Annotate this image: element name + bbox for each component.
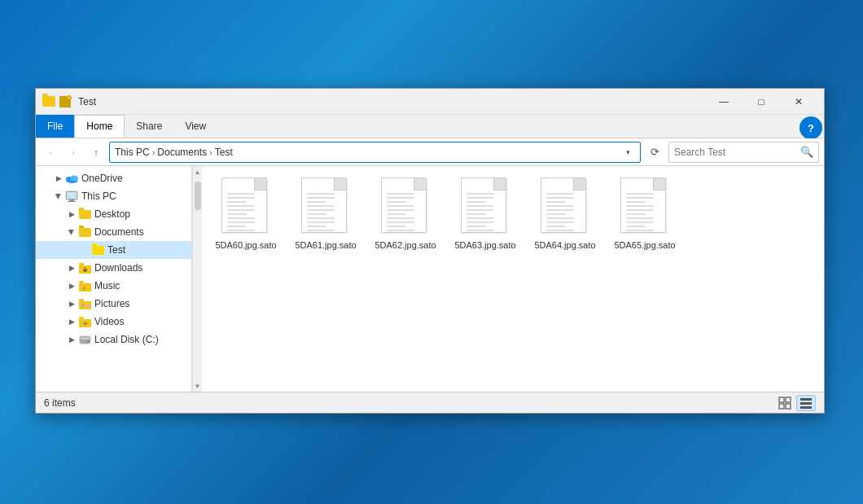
svg-rect-25 <box>800 398 812 401</box>
sidebar-label-test: Test <box>107 244 125 256</box>
sidebar-item-documents[interactable]: ▶ Documents <box>36 223 191 241</box>
svg-rect-26 <box>800 402 812 405</box>
folder-icon-title <box>42 95 55 108</box>
file-name-3: 5DA63.jpg.sato <box>454 239 515 251</box>
up-button[interactable]: ↑ <box>86 142 106 162</box>
search-icon[interactable]: 🔍 <box>800 146 813 158</box>
this-pc-arrow: ▶ <box>52 190 65 203</box>
videos-icon <box>78 315 91 328</box>
desktop-arrow: ▶ <box>65 208 78 221</box>
file-area: 5DA60.jpg.sato <box>202 166 824 392</box>
file-item-2[interactable]: 5DA62.jpg.sato <box>370 174 441 254</box>
back-button[interactable]: ‹ <box>41 142 60 162</box>
minimize-button[interactable]: — <box>705 89 743 115</box>
sidebar-item-pictures[interactable]: ▶ Pictures <box>36 295 191 313</box>
desktop-icon <box>78 208 91 221</box>
sidebar-label-local-disk: Local Disk (C:) <box>94 334 159 345</box>
view-buttons <box>775 395 816 411</box>
file-name-5: 5DA65.jpg.sato <box>614 239 675 251</box>
sidebar-item-music[interactable]: ▶ ♪ Music <box>36 277 191 295</box>
sidebar-item-desktop[interactable]: ▶ Desktop <box>36 205 191 223</box>
forward-button[interactable]: › <box>64 142 83 162</box>
music-arrow: ▶ <box>65 279 78 292</box>
search-input[interactable] <box>674 147 797 158</box>
path-segment-thispc[interactable]: This PC <box>115 147 150 158</box>
videos-arrow: ▶ <box>65 315 78 328</box>
file-icon-3 <box>461 177 510 236</box>
maximize-button[interactable]: □ <box>743 89 780 115</box>
address-path[interactable]: This PC › Documents › Test ▾ <box>109 142 641 163</box>
file-name-2: 5DA62.jpg.sato <box>375 239 436 251</box>
search-box[interactable]: 🔍 <box>668 142 819 163</box>
path-sep-2: › <box>209 147 212 157</box>
file-item-0[interactable]: 5DA60.jpg.sato <box>210 174 282 254</box>
path-segment-test[interactable]: Test <box>215 147 233 158</box>
sidebar-label-desktop: Desktop <box>94 208 130 220</box>
tab-home[interactable]: Home <box>74 115 125 138</box>
window-controls: — □ ✕ <box>705 89 817 115</box>
tab-file[interactable]: File <box>36 115 74 138</box>
scroll-thumb <box>195 182 201 210</box>
svg-rect-21 <box>779 397 784 402</box>
file-item-3[interactable]: 5DA63.jpg.sato <box>449 174 521 254</box>
file-item-1[interactable]: 5DA61.jpg.sato <box>290 174 361 254</box>
file-item-4[interactable]: 5DA64.jpg.sato <box>529 174 601 254</box>
local-disk-arrow: ▶ <box>65 333 78 346</box>
file-icon-1 <box>301 177 350 236</box>
sidebar-item-videos[interactable]: ▶ Videos <box>36 313 191 331</box>
svg-point-20 <box>86 340 89 342</box>
svg-rect-4 <box>67 192 77 199</box>
sidebar-label-pictures: Pictures <box>94 298 129 309</box>
scroll-track <box>194 177 202 380</box>
sidebar-label-onedrive: OneDrive <box>81 173 123 184</box>
address-dropdown[interactable]: ▾ <box>620 142 635 163</box>
sidebar-item-test[interactable]: ▶ Test <box>36 241 191 259</box>
svg-rect-16 <box>79 317 84 319</box>
sidebar-label-documents: Documents <box>94 226 144 238</box>
help-button[interactable]: ? <box>799 116 822 139</box>
explorer-window: Test — □ ✕ File Home Share View ? ‹ › ↑ … <box>35 88 825 414</box>
sidebar: ▶ OneDrive ▶ <box>36 166 192 392</box>
quick-access-icon <box>59 95 72 108</box>
sidebar-scrollbar[interactable]: ▲ ▼ <box>192 166 202 392</box>
file-grid: 5DA60.jpg.sato <box>210 174 816 254</box>
file-name-0: 5DA60.jpg.sato <box>215 239 276 251</box>
svg-rect-13 <box>79 299 84 301</box>
refresh-button[interactable]: ⟳ <box>644 142 665 163</box>
onedrive-icon <box>65 172 78 185</box>
tab-view[interactable]: View <box>173 115 217 138</box>
file-icon-4 <box>541 177 589 236</box>
downloads-arrow: ▶ <box>65 261 78 274</box>
pictures-icon <box>78 297 91 310</box>
downloads-icon <box>78 261 91 274</box>
svg-rect-10 <box>79 281 84 283</box>
tab-share[interactable]: Share <box>125 115 173 138</box>
sidebar-label-downloads: Downloads <box>94 262 142 274</box>
view-list-button[interactable] <box>796 395 816 411</box>
sidebar-item-local-disk[interactable]: ▶ Local Disk (C:) <box>36 331 191 348</box>
svg-rect-23 <box>779 404 784 409</box>
title-bar: Test — □ ✕ <box>36 89 824 115</box>
scroll-up-arrow[interactable]: ▲ <box>194 166 202 177</box>
main-content: ▶ OneDrive ▶ <box>36 166 824 392</box>
ribbon-tabs: File Home Share View ? <box>36 115 824 138</box>
file-item-5[interactable]: 5DA65.jpg.sato <box>609 174 681 254</box>
sidebar-label-music: Music <box>94 280 120 291</box>
svg-rect-19 <box>81 337 90 340</box>
sidebar-item-downloads[interactable]: ▶ Downloads <box>36 259 191 277</box>
close-button[interactable]: ✕ <box>780 89 817 115</box>
file-name-1: 5DA61.jpg.sato <box>295 239 356 251</box>
svg-point-14 <box>81 304 85 307</box>
sidebar-label-videos: Videos <box>94 316 124 327</box>
view-grid-button[interactable] <box>775 395 795 411</box>
scroll-down-arrow[interactable]: ▼ <box>194 380 202 392</box>
path-segment-documents[interactable]: Documents <box>157 147 207 158</box>
sidebar-item-this-pc[interactable]: ▶ This PC <box>36 187 191 205</box>
svg-rect-12 <box>79 301 91 309</box>
sidebar-item-onedrive[interactable]: ▶ OneDrive <box>36 169 191 187</box>
svg-rect-8 <box>79 263 84 265</box>
svg-rect-24 <box>786 404 791 409</box>
status-bar: 6 items <box>36 392 824 413</box>
file-icon-0 <box>221 177 270 236</box>
local-disk-icon <box>78 333 91 346</box>
